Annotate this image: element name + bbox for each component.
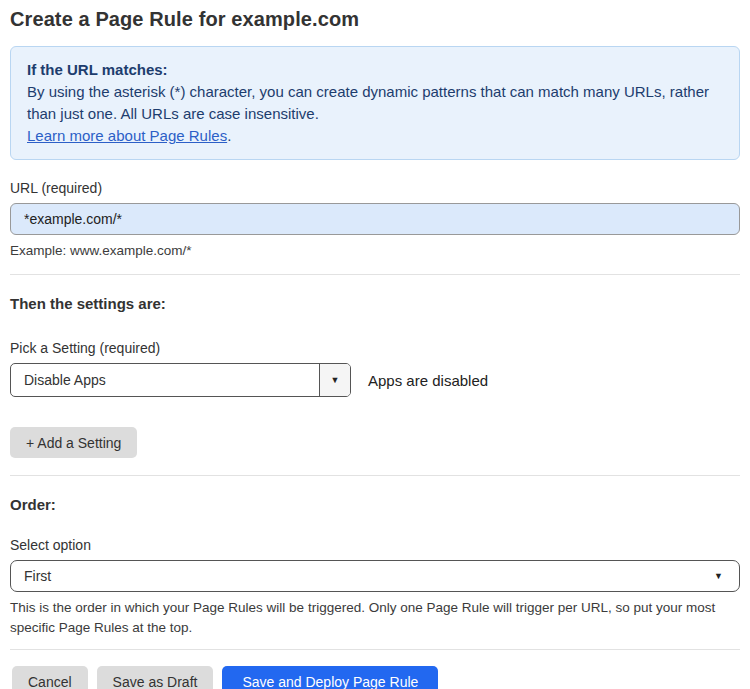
setting-picker-label: Pick a Setting (required) bbox=[10, 340, 740, 356]
order-select-label: Select option bbox=[10, 537, 740, 553]
setting-select-value: Disable Apps bbox=[11, 364, 319, 396]
order-helper-text: This is the order in which your Page Rul… bbox=[10, 598, 740, 638]
divider bbox=[10, 274, 740, 275]
link-suffix: . bbox=[227, 127, 231, 144]
save-and-deploy-button[interactable]: Save and Deploy Page Rule bbox=[222, 666, 438, 689]
learn-more-link[interactable]: Learn more about Page Rules bbox=[27, 127, 227, 144]
url-field-label: URL (required) bbox=[10, 180, 740, 196]
order-section-heading: Order: bbox=[10, 496, 740, 513]
chevron-down-icon: ▼ bbox=[714, 571, 723, 581]
url-match-info-box: If the URL matches: By using the asteris… bbox=[10, 46, 740, 160]
page-rule-form: Create a Page Rule for example.com If th… bbox=[0, 0, 750, 689]
setting-status-text: Apps are disabled bbox=[368, 372, 488, 389]
chevron-down-icon: ▼ bbox=[331, 375, 340, 385]
info-box-link-line: Learn more about Page Rules. bbox=[27, 125, 723, 147]
url-example-helper: Example: www.example.com/* bbox=[10, 241, 740, 261]
cancel-button[interactable]: Cancel bbox=[12, 666, 88, 689]
settings-section-heading: Then the settings are: bbox=[10, 295, 740, 312]
info-box-body: By using the asterisk (*) character, you… bbox=[27, 81, 723, 125]
setting-select[interactable]: Disable Apps ▼ bbox=[10, 363, 351, 397]
divider bbox=[10, 475, 740, 476]
add-setting-button[interactable]: + Add a Setting bbox=[10, 427, 137, 458]
save-as-draft-button[interactable]: Save as Draft bbox=[97, 666, 214, 689]
divider bbox=[10, 649, 740, 650]
info-box-heading: If the URL matches: bbox=[27, 59, 723, 81]
url-input[interactable] bbox=[10, 203, 740, 235]
page-title: Create a Page Rule for example.com bbox=[10, 8, 740, 31]
form-actions: Cancel Save as Draft Save and Deploy Pag… bbox=[10, 666, 740, 689]
setting-row: Disable Apps ▼ Apps are disabled bbox=[10, 363, 740, 397]
setting-select-arrow-button[interactable]: ▼ bbox=[319, 364, 350, 396]
order-select-value: First bbox=[24, 568, 51, 584]
order-select[interactable]: First ▼ bbox=[10, 560, 740, 592]
